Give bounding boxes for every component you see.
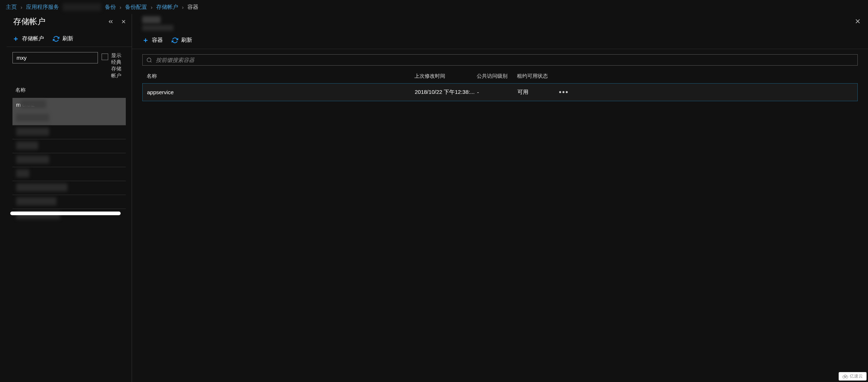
chevron-right-icon: ›: [120, 4, 121, 10]
list-item[interactable]: [12, 181, 126, 195]
refresh-label: 刷新: [62, 35, 73, 42]
storage-account-subtitle: [142, 25, 173, 31]
cell-lease: 可用: [517, 89, 558, 96]
watermark-label: 亿速云: [850, 373, 863, 379]
breadcrumb-hidden-segment: hidden: [63, 3, 101, 11]
refresh-icon: [172, 37, 178, 44]
container-search-input[interactable]: [156, 57, 854, 63]
breadcrumb-appservices[interactable]: 应用程序服务: [26, 4, 59, 11]
col-header-name[interactable]: 名称: [147, 73, 414, 80]
table-row[interactable]: appservice 2018/10/22 下午12:38:... - 可用 •…: [142, 83, 858, 101]
refresh-button[interactable]: 刷新: [53, 35, 73, 42]
add-container-label: 容器: [152, 37, 163, 44]
containers-panel: 容器 刷新 名称 上次修改时间 公共访问级别 租约可用状态: [132, 14, 868, 382]
table-header: 名称 上次修改时间 公共访问级别 租约可用状态: [142, 69, 858, 83]
list-item[interactable]: [12, 111, 126, 125]
col-header-modified[interactable]: 上次修改时间: [414, 73, 477, 80]
show-classic-checkbox[interactable]: [102, 54, 108, 60]
search-icon: [146, 57, 152, 63]
chevron-right-icon: ›: [182, 4, 184, 10]
storage-account-name: [142, 16, 161, 23]
breadcrumb-backup[interactable]: 备份: [105, 4, 116, 11]
cell-name: appservice: [147, 89, 415, 95]
left-toolbar: 存储帐户 刷新: [7, 31, 132, 47]
add-storage-label: 存储帐户: [22, 35, 44, 42]
chevron-right-icon: ›: [151, 4, 153, 10]
list-item[interactable]: [12, 139, 126, 153]
collapse-icon[interactable]: [106, 17, 116, 26]
plus-icon: [142, 37, 149, 44]
breadcrumb-home[interactable]: 主页: [6, 4, 17, 11]
refresh-icon: [53, 36, 59, 42]
list-item[interactable]: [12, 209, 126, 223]
close-icon[interactable]: [851, 16, 864, 26]
list-item[interactable]: [12, 167, 126, 181]
storage-accounts-panel: 存储帐户 存储帐户 刷新: [0, 14, 132, 382]
svg-point-0: [147, 58, 151, 62]
panel-title-block: [142, 16, 173, 31]
list-item[interactable]: [12, 153, 126, 167]
breadcrumb: 主页 › 应用程序服务 hidden 备份 › 备份配置 › 存储帐户 › 容器: [0, 0, 868, 14]
panel-title: 存储帐户: [13, 16, 45, 27]
breadcrumb-current: 容器: [187, 4, 198, 11]
cell-access: -: [477, 89, 517, 95]
right-toolbar: 容器 刷新: [132, 31, 868, 49]
breadcrumb-storage-account[interactable]: 存储帐户: [156, 4, 178, 11]
close-icon[interactable]: [119, 17, 128, 26]
filter-row: 显示经典存储帐户: [7, 47, 132, 82]
list-item[interactable]: m orth2: [12, 98, 126, 111]
refresh-containers-button[interactable]: 刷新: [172, 37, 192, 44]
cell-modified: 2018/10/22 下午12:38:...: [415, 89, 477, 96]
list-header-name: 名称: [7, 82, 132, 98]
storage-account-list: m orth2: [7, 98, 132, 223]
watermark: 亿速云: [839, 372, 867, 381]
list-item[interactable]: [12, 125, 126, 139]
container-search-box[interactable]: [142, 54, 858, 66]
col-header-access[interactable]: 公共访问级别: [477, 73, 517, 80]
horizontal-scrollbar[interactable]: [10, 212, 121, 215]
add-container-button[interactable]: 容器: [142, 37, 163, 44]
chevron-right-icon: ›: [21, 4, 22, 10]
add-storage-button[interactable]: 存储帐户: [12, 35, 44, 42]
plus-icon: [12, 36, 19, 42]
list-item[interactable]: [12, 195, 126, 209]
refresh-containers-label: 刷新: [181, 37, 192, 44]
col-header-lease[interactable]: 租约可用状态: [517, 73, 557, 80]
more-icon[interactable]: •••: [559, 88, 569, 96]
breadcrumb-backup-config[interactable]: 备份配置: [125, 4, 147, 11]
storage-search-input[interactable]: [12, 52, 98, 63]
show-classic-label: 显示经典存储帐户: [111, 52, 126, 79]
